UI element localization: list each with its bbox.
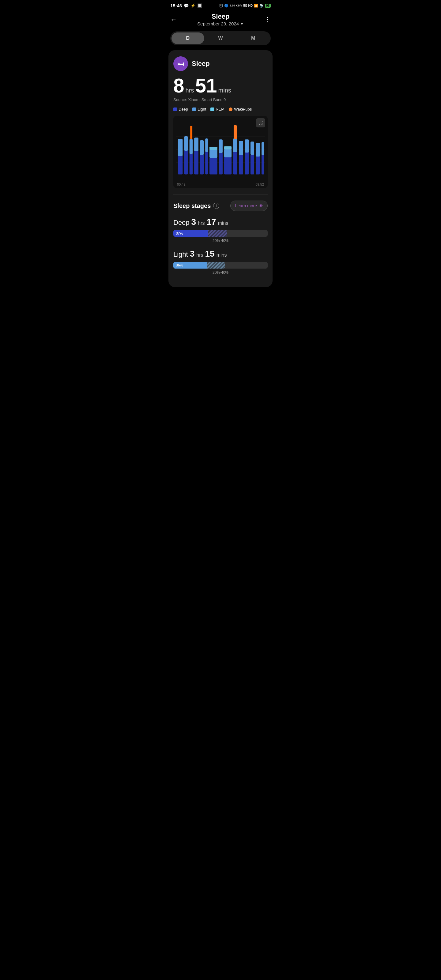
rem-color-dot	[210, 108, 214, 111]
source-text: Source: Xiaomi Smart Band 9	[174, 97, 267, 102]
bottom-spacer	[166, 287, 275, 299]
eye-icon: 👁	[259, 204, 263, 208]
chart-time-row: 00:42 09:52	[176, 183, 265, 186]
svg-rect-29	[245, 152, 249, 175]
deep-solid-bar: 37%	[174, 230, 208, 237]
status-right: 📳 🔵 6.10 KB/s 5G HD 📶 📡 98	[219, 4, 271, 8]
stage-deep-title-row: Deep 3 hrs 17 mins	[174, 217, 267, 227]
legend-rem: REM	[210, 107, 224, 111]
svg-rect-28	[239, 141, 243, 155]
svg-rect-7	[189, 153, 193, 175]
network-speed: 6.10 KB/s	[230, 4, 242, 7]
light-color-dot	[192, 108, 196, 111]
svg-rect-34	[256, 143, 260, 157]
light-progress-fill: 36%	[174, 262, 225, 269]
light-stage-hours: 3	[190, 249, 195, 259]
wifi-icon: 📡	[260, 4, 264, 8]
stages-title: Sleep stages	[174, 202, 211, 210]
wakeups-label: Wake-ups	[234, 107, 252, 111]
sleep-icon: 🛏	[174, 56, 188, 71]
whatsapp-icon: 💬	[184, 3, 189, 8]
tab-week[interactable]: W	[204, 32, 237, 44]
light-stage-mins-unit: mins	[217, 252, 227, 258]
deep-color-dot	[174, 108, 177, 111]
stage-light-title-row: Light 3 hrs 15 mins	[174, 249, 267, 259]
svg-rect-25	[233, 138, 237, 152]
expand-chart-button[interactable]: ⛶	[256, 118, 265, 127]
sleep-chart-svg	[176, 119, 265, 180]
svg-rect-31	[250, 154, 254, 174]
deep-stage-minutes: 17	[206, 217, 216, 227]
deep-range-label: 20%-40%	[174, 239, 267, 243]
status-time: 15:46	[170, 3, 182, 8]
battery-level: 98	[265, 4, 271, 8]
svg-rect-32	[250, 142, 254, 155]
stages-header-row: Sleep stages i Learn more 👁	[174, 200, 267, 211]
svg-rect-10	[194, 151, 199, 174]
svg-rect-27	[239, 155, 243, 174]
info-icon[interactable]: i	[213, 203, 219, 209]
light-range-label: 20%-40%	[174, 270, 267, 275]
deep-progress-fill: 37%	[174, 230, 227, 237]
svg-rect-4	[178, 139, 183, 156]
mins-unit: mins	[218, 87, 231, 94]
divider	[174, 194, 267, 194]
light-stage-name: Light	[174, 250, 188, 258]
stage-deep: Deep 3 hrs 17 mins 37% 20%-40%	[174, 217, 267, 243]
light-stage-hrs-unit: hrs	[196, 252, 203, 258]
app-icon: 🔲	[197, 3, 202, 8]
svg-rect-16	[210, 158, 217, 175]
header: ← Sleep September 29, 2024 ▼ ⋮	[166, 10, 275, 31]
svg-rect-15	[205, 138, 208, 152]
svg-rect-19	[219, 153, 223, 174]
legend-light: Light	[192, 107, 206, 111]
hrs-unit: hrs	[186, 87, 194, 94]
wakeups-color-dot	[229, 108, 232, 111]
status-bar: 15:46 💬 ⚡ 🔲 📳 🔵 6.10 KB/s 5G HD 📶 📡 98	[166, 0, 275, 10]
date-label: September 29, 2024	[197, 21, 239, 26]
svg-rect-21	[224, 157, 231, 175]
svg-rect-22	[224, 149, 231, 157]
sleep-chart: ⛶	[174, 116, 267, 188]
tab-day[interactable]: D	[172, 32, 204, 44]
svg-rect-17	[210, 150, 217, 158]
header-date[interactable]: September 29, 2024 ▼	[197, 21, 244, 26]
network-type: 5G HD	[243, 4, 253, 7]
svg-rect-13	[200, 140, 204, 155]
chart-end-time: 09:52	[255, 183, 264, 186]
legend-deep: Deep	[174, 107, 188, 111]
svg-rect-36	[261, 142, 264, 155]
header-center: Sleep September 29, 2024 ▼	[197, 13, 244, 26]
back-button[interactable]: ←	[170, 16, 177, 24]
tab-bar: D W M	[170, 31, 271, 45]
date-dropdown-icon: ▼	[240, 22, 244, 26]
light-label: Light	[197, 107, 206, 111]
more-menu-button[interactable]: ⋮	[264, 16, 271, 24]
learn-more-button[interactable]: Learn more 👁	[230, 200, 267, 211]
svg-rect-18	[210, 147, 217, 150]
svg-rect-20	[219, 139, 223, 153]
bed-icon: 🛏	[177, 60, 184, 68]
deep-stage-hours: 3	[191, 217, 196, 227]
deep-stage-mins-unit: mins	[218, 221, 228, 226]
svg-rect-23	[224, 146, 231, 150]
sleep-title: Sleep	[192, 60, 210, 68]
svg-rect-35	[261, 155, 264, 174]
svg-rect-6	[184, 136, 188, 151]
deep-hatched-bar	[208, 230, 227, 237]
legend-row: Deep Light REM Wake-ups	[174, 107, 267, 111]
rem-label: REM	[216, 107, 224, 111]
light-hatched-bar	[207, 262, 225, 269]
svg-rect-26	[234, 125, 237, 139]
svg-rect-11	[194, 137, 199, 151]
deep-progress-bg: 37%	[174, 230, 267, 237]
deep-progress-container: 37%	[174, 230, 267, 237]
legend-wakeups: Wake-ups	[229, 107, 252, 111]
svg-rect-33	[256, 156, 260, 174]
svg-rect-3	[178, 155, 183, 174]
svg-rect-5	[184, 150, 188, 175]
tab-month[interactable]: M	[237, 32, 269, 44]
page-title: Sleep	[197, 13, 244, 21]
sleep-hours: 8	[174, 76, 185, 95]
light-solid-bar: 36%	[174, 262, 207, 269]
